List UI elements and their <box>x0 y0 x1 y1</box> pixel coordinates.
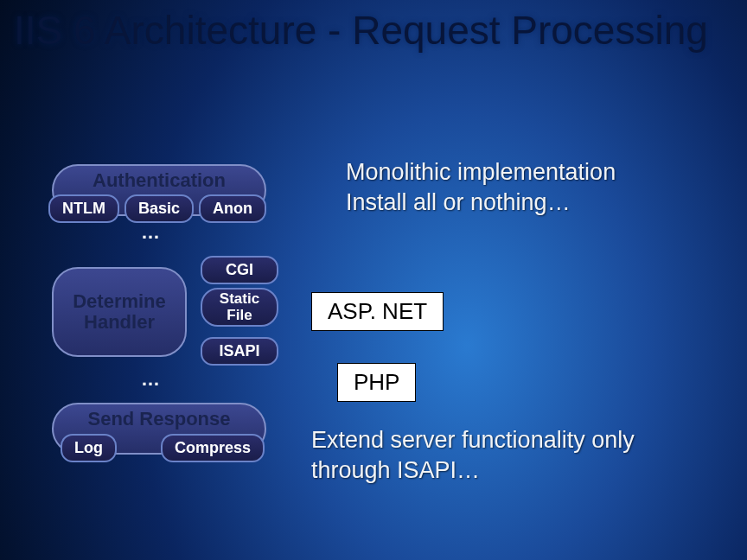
info2-line2: through ISAPI… <box>311 457 480 483</box>
handler-label-line1: Determine <box>73 290 166 312</box>
cgi-pill: CGI <box>201 256 278 284</box>
log-pill: Log <box>61 434 117 462</box>
slide-title: IIS 6 Architecture - Request Processing <box>14 9 708 54</box>
info1-line2: Install all or nothing… <box>346 189 571 215</box>
handler-label-line2: Handler <box>84 311 155 333</box>
handler-ellipsis: … <box>141 368 160 391</box>
send-response-label: Send Response <box>54 408 265 430</box>
determine-handler-label: Determine Handler <box>73 291 166 333</box>
ntlm-pill: NTLM <box>48 194 119 223</box>
basic-pill: Basic <box>124 194 194 223</box>
info1-line1: Monolithic implementation <box>346 159 616 185</box>
isapi-pill: ISAPI <box>201 337 278 366</box>
static-file-pill: Static File <box>201 288 278 327</box>
aspnet-box: ASP. NET <box>311 292 444 331</box>
authentication-label: Authentication <box>54 169 265 192</box>
compress-pill: Compress <box>161 434 265 462</box>
static-line2: File <box>227 307 252 323</box>
authentication-pills-row: NTLM Basic Anon <box>48 194 266 223</box>
authentication-ellipsis: … <box>141 221 160 244</box>
static-line1: Static <box>220 290 259 307</box>
info2-line1: Extend server functionality only <box>311 427 635 453</box>
info-monolithic: Monolithic implementation Install all or… <box>346 157 726 217</box>
anon-pill: Anon <box>199 194 266 223</box>
info-extend: Extend server functionality only through… <box>311 425 735 485</box>
php-box: PHP <box>337 363 416 402</box>
determine-handler-box: Determine Handler <box>52 267 187 357</box>
